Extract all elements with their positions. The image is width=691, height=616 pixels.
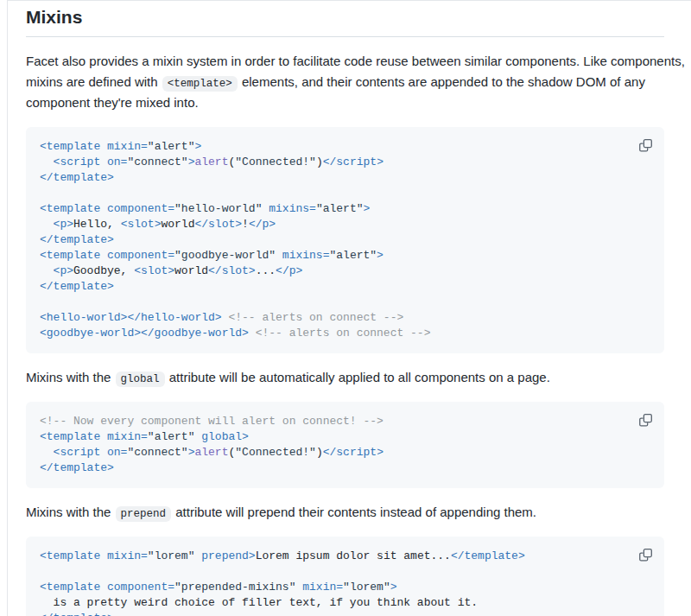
copy-button[interactable] [634,543,656,566]
code-content: <template mixin="lorem" prepend>Lorem ip… [40,549,650,616]
code-block-global-mixin: <!-- Now every component will alert on c… [26,402,664,488]
copy-button[interactable] [634,409,656,431]
copy-button[interactable] [634,134,656,156]
page-title: Mixins [26,4,664,37]
copy-icon [639,549,652,562]
code-block-prepend-mixin: <template mixin="lorem" prepend>Lorem ip… [26,537,664,616]
code-block-mixin-alert: <template mixin="alert"> <script on="con… [26,127,664,353]
prepend-paragraph: Mixins with the prepend attribute will p… [26,502,664,523]
global-paragraph: Mixins with the global attribute will be… [26,367,664,388]
code-content: <template mixin="alert"> <script on="con… [40,139,650,341]
code-content: <!-- Now every component will alert on c… [40,414,650,476]
docs-page: Mixins Facet also provides a mixin syste… [7,0,691,616]
copy-icon [639,414,652,427]
intro-paragraph: Facet also provides a mixin system in or… [26,51,664,113]
copy-icon [639,139,652,152]
